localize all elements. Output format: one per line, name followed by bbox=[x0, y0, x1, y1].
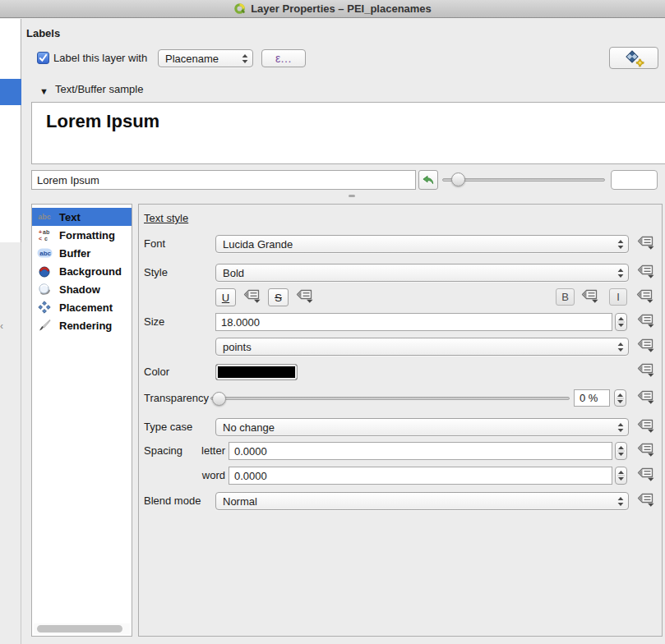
window-titlebar[interactable]: Layer Properties – PEI_placenames bbox=[0, 0, 665, 18]
transparency-slider-track[interactable] bbox=[210, 397, 570, 400]
underline-button[interactable]: U bbox=[215, 288, 236, 306]
font-label: Font bbox=[144, 235, 165, 253]
transparency-override-button[interactable] bbox=[634, 389, 657, 407]
style-label: Style bbox=[144, 264, 168, 282]
data-defined-override-icon bbox=[637, 313, 654, 331]
color-label: Color bbox=[144, 363, 169, 381]
sidebar-item-buffer[interactable]: abc Buffer bbox=[32, 244, 132, 262]
sidebar-scrollbar-thumb[interactable] bbox=[37, 625, 122, 632]
sample-text-input[interactable] bbox=[31, 170, 416, 190]
word-spacing-input[interactable]: 0.0000 bbox=[229, 467, 612, 485]
select-stepper-icon bbox=[242, 53, 248, 64]
sidebar-item-shadow[interactable]: Shadow bbox=[32, 280, 132, 298]
bold-button[interactable]: B bbox=[556, 288, 575, 306]
automated-placement-settings-icon bbox=[623, 49, 645, 67]
sidebar-horizontal-scrollbar[interactable] bbox=[34, 623, 130, 634]
strikeout-button[interactable]: S bbox=[268, 288, 289, 306]
italic-button[interactable]: I bbox=[609, 288, 627, 306]
sidebar-item-rendering[interactable]: Rendering bbox=[32, 316, 132, 334]
expression-builder-button[interactable]: ε… bbox=[261, 49, 306, 67]
text-sample-preview: Lorem Ipsum bbox=[31, 102, 665, 164]
sample-section-title: Text/Buffer sample bbox=[55, 80, 143, 99]
sample-preview-text: Lorem Ipsum bbox=[46, 111, 159, 132]
data-defined-override-icon bbox=[637, 418, 654, 436]
sample-size-field[interactable] bbox=[611, 170, 658, 190]
type-case-override-button[interactable] bbox=[634, 418, 657, 436]
epsilon-expression-icon: ε… bbox=[275, 52, 292, 65]
blend-mode-override-button[interactable] bbox=[634, 492, 657, 510]
window-title: Layer Properties – PEI_placenames bbox=[251, 2, 432, 15]
label-layer-checkbox[interactable] bbox=[37, 52, 49, 64]
size-override-button[interactable] bbox=[634, 313, 657, 331]
word-spacing-stepper[interactable] bbox=[615, 467, 627, 485]
select-stepper-icon bbox=[617, 268, 624, 278]
spacing-label: Spacing bbox=[144, 442, 182, 460]
transparency-slider-handle[interactable] bbox=[212, 392, 226, 406]
svg-text:abc: abc bbox=[39, 250, 51, 257]
collapse-triangle-icon[interactable]: ▼ bbox=[39, 82, 48, 100]
layer-properties-dialog: Layer Properties – PEI_placenames ‹ Labe… bbox=[0, 0, 665, 644]
strikeout-override-button[interactable] bbox=[293, 288, 316, 306]
stepper-arrows-icon bbox=[617, 315, 625, 329]
properties-tab-strip bbox=[0, 19, 21, 242]
color-override-button[interactable] bbox=[634, 362, 657, 380]
label-settings-list: abc Text + ab < c Formatting abc Buff bbox=[31, 204, 132, 637]
data-defined-override-icon bbox=[636, 288, 653, 306]
data-defined-override-icon bbox=[296, 288, 313, 306]
sidebar-item-text[interactable]: abc Text bbox=[32, 208, 132, 226]
collapse-chevron-icon: ‹ bbox=[0, 320, 3, 332]
data-defined-override-icon bbox=[637, 492, 654, 510]
shadow-icon bbox=[36, 283, 53, 296]
size-units-select[interactable]: points bbox=[215, 338, 629, 356]
text-abc-icon: abc bbox=[36, 213, 53, 221]
style-override-button[interactable] bbox=[634, 264, 657, 282]
label-field-select[interactable]: Placename bbox=[158, 49, 253, 67]
placement-icon bbox=[36, 301, 53, 314]
units-override-button[interactable] bbox=[634, 338, 657, 356]
font-family-select[interactable]: Lucida Grande bbox=[215, 235, 629, 253]
svg-text:c: c bbox=[44, 236, 48, 242]
automated-placement-settings-button[interactable] bbox=[609, 47, 658, 69]
word-spacing-override-button[interactable] bbox=[634, 467, 657, 485]
stepper-arrows-icon bbox=[617, 392, 624, 405]
transparency-stepper[interactable] bbox=[614, 389, 626, 407]
label-layer-checkbox-label: Label this layer with bbox=[53, 49, 147, 67]
bold-override-button[interactable] bbox=[578, 288, 601, 306]
sample-size-slider-handle[interactable] bbox=[451, 172, 465, 186]
select-stepper-icon bbox=[617, 342, 624, 352]
font-color-swatch-button[interactable] bbox=[215, 364, 298, 380]
sidebar-item-background[interactable]: Background bbox=[32, 262, 132, 280]
letter-spacing-override-button[interactable] bbox=[634, 442, 657, 460]
stepper-arrows-icon bbox=[617, 444, 625, 458]
data-defined-override-icon bbox=[637, 467, 654, 485]
blend-mode-select[interactable]: Normal bbox=[215, 492, 629, 510]
qgis-logo-icon bbox=[233, 2, 246, 15]
data-defined-override-icon bbox=[637, 389, 654, 407]
font-override-button[interactable] bbox=[634, 235, 657, 253]
svg-text:ab: ab bbox=[43, 229, 49, 235]
sample-size-slider-track[interactable] bbox=[442, 178, 605, 182]
sidebar-item-formatting[interactable]: + ab < c Formatting bbox=[32, 226, 132, 244]
properties-tab-strip-lower bbox=[0, 242, 21, 644]
reset-sample-button[interactable] bbox=[418, 170, 438, 190]
sidebar-item-placement[interactable]: Placement bbox=[32, 298, 132, 316]
word-spacing-label: word bbox=[192, 467, 225, 485]
size-input[interactable]: 18.0000 bbox=[215, 313, 612, 331]
font-style-select[interactable]: Bold bbox=[215, 264, 629, 282]
formatting-icon: + ab < c bbox=[36, 228, 53, 242]
transparency-input[interactable]: 0 % bbox=[574, 389, 610, 407]
text-style-title: Text style bbox=[144, 209, 188, 228]
letter-spacing-input[interactable]: 0.0000 bbox=[229, 442, 612, 460]
undo-arrow-icon bbox=[422, 174, 435, 186]
splitter-handle[interactable] bbox=[349, 195, 355, 197]
buffer-icon: abc bbox=[36, 247, 53, 259]
underline-override-button[interactable] bbox=[240, 288, 263, 306]
properties-tab-selected[interactable] bbox=[0, 79, 21, 105]
size-stepper[interactable] bbox=[615, 313, 627, 331]
data-defined-override-icon bbox=[637, 235, 654, 253]
type-case-select[interactable]: No change bbox=[215, 418, 629, 436]
letter-spacing-stepper[interactable] bbox=[615, 442, 627, 460]
letter-spacing-label: letter bbox=[192, 442, 225, 460]
italic-override-button[interactable] bbox=[633, 288, 656, 306]
select-stepper-icon bbox=[617, 422, 624, 433]
